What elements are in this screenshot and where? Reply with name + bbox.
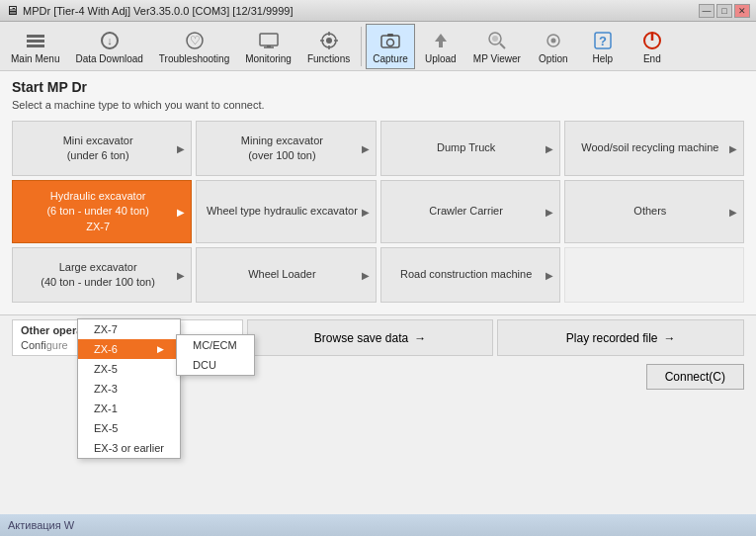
- mining-excavator-label: Mining excavator(over 100 ton): [203, 134, 361, 164]
- machine-mining-excavator[interactable]: Mining excavator(over 100 ton) ▶: [196, 121, 376, 176]
- connect-button[interactable]: Connect(C): [646, 364, 744, 390]
- upload-label: Upload: [425, 53, 457, 64]
- toolbar-monitoring[interactable]: Monitoring: [238, 24, 298, 69]
- minimize-button[interactable]: —: [699, 4, 714, 18]
- help-icon: ?: [591, 29, 615, 52]
- mc-ecm-label: MC/ECM: [193, 339, 237, 351]
- sub-dropdown-dcu[interactable]: DCU: [177, 355, 254, 375]
- page-title: Start MP Dr: [12, 79, 744, 95]
- end-label: End: [643, 53, 661, 64]
- svg-rect-0: [27, 35, 44, 38]
- mp-viewer-icon: [485, 29, 509, 52]
- dump-truck-arrow: ▶: [546, 143, 553, 154]
- wheel-loader-arrow: ▶: [362, 270, 370, 281]
- machine-wheel-type[interactable]: Wheel type hydraulic excavator ▶: [196, 180, 376, 243]
- svg-text:↓: ↓: [107, 35, 113, 46]
- dropdown-zx6-subarrow: ▶: [157, 344, 164, 354]
- activation-text: Активация W: [8, 519, 74, 531]
- svg-text:♡: ♡: [189, 34, 200, 47]
- close-button[interactable]: ✕: [734, 4, 750, 18]
- toolbar-option[interactable]: Option: [530, 24, 577, 69]
- end-icon: [640, 29, 664, 52]
- mini-excavator-label: Mini excavator(under 6 ton): [19, 134, 177, 164]
- large-excavator-arrow: ▶: [177, 270, 185, 281]
- dropdown-menu: ZX-7 ZX-6 ▶ ZX-5 ZX-3 ZX-1 EX-5 EX-3 or …: [77, 318, 181, 459]
- svg-point-11: [326, 38, 332, 44]
- play-recorded-btn[interactable]: Play recorded file →: [497, 319, 744, 356]
- wheel-type-label: Wheel type hydraulic excavator: [203, 204, 361, 219]
- configure-label: Configure: [21, 339, 68, 351]
- window-controls: — □ ✕: [699, 4, 750, 18]
- main-menu-label: Main Menu: [11, 53, 59, 64]
- dropdown-zx1[interactable]: ZX-1: [78, 399, 180, 418]
- dropdown-zx3-label: ZX-3: [94, 383, 118, 395]
- machine-road-construction[interactable]: Road construction machine ▶: [380, 247, 560, 303]
- machine-hydraulic-excavator[interactable]: Hydraulic excavator(6 ton - under 40 ton…: [12, 180, 192, 243]
- machine-dump-truck[interactable]: Dump Truck ▶: [380, 121, 560, 176]
- dropdown-zx3[interactable]: ZX-3: [78, 379, 180, 399]
- toolbar: Main Menu ↓ Data Download ♡ Troubleshoot…: [0, 22, 756, 71]
- svg-rect-7: [260, 34, 278, 45]
- functions-label: Functions: [307, 53, 350, 64]
- machine-others[interactable]: Others ▶: [564, 180, 744, 243]
- large-excavator-label: Large excavator(40 ton - under 100 ton): [19, 260, 177, 291]
- svg-point-24: [550, 38, 555, 43]
- wood-recycling-label: Wood/soil recycling machine: [571, 140, 729, 155]
- svg-marker-19: [435, 34, 447, 47]
- toolbar-capture[interactable]: Capture: [366, 24, 415, 69]
- dropdown-zx6-label: ZX-6: [94, 343, 118, 355]
- dropdown-zx7[interactable]: ZX-7: [78, 319, 180, 339]
- toolbar-end[interactable]: End: [629, 24, 676, 69]
- road-construction-arrow: ▶: [546, 270, 553, 281]
- machine-mini-excavator[interactable]: Mini excavator(under 6 ton) ▶: [12, 121, 192, 176]
- dropdown-zx5[interactable]: ZX-5: [78, 359, 180, 379]
- toolbar-main-menu[interactable]: Main Menu: [4, 24, 66, 69]
- dump-truck-label: Dump Truck: [387, 140, 546, 155]
- maximize-button[interactable]: □: [716, 4, 732, 18]
- wheel-type-arrow: ▶: [362, 207, 370, 218]
- svg-line-21: [500, 44, 505, 48]
- machine-wood-recycling[interactable]: Wood/soil recycling machine ▶: [564, 121, 744, 176]
- mining-excavator-arrow: ▶: [362, 143, 370, 154]
- sub-dropdown-mc-ecm[interactable]: MC/ECM: [177, 335, 254, 355]
- option-label: Option: [539, 53, 567, 64]
- data-download-icon: ↓: [98, 29, 122, 52]
- activation-bar: Активация W: [0, 514, 756, 536]
- capture-label: Capture: [373, 53, 408, 64]
- browse-save-label: Browse save data: [314, 331, 408, 345]
- machine-crawler-carrier[interactable]: Crawler Carrier ▶: [380, 180, 560, 243]
- svg-point-17: [387, 39, 394, 45]
- svg-rect-1: [27, 40, 44, 43]
- svg-rect-18: [387, 34, 393, 37]
- machine-large-excavator[interactable]: Large excavator(40 ton - under 100 ton) …: [12, 247, 192, 303]
- toolbar-help[interactable]: ? Help: [579, 24, 627, 69]
- play-recorded-arrow: →: [664, 331, 676, 345]
- troubleshooting-label: Troubleshooting: [159, 53, 229, 64]
- content-area: Start MP Dr Select a machine type to whi…: [0, 71, 756, 314]
- toolbar-troubleshooting[interactable]: ♡ Troubleshooting: [152, 24, 236, 69]
- monitoring-icon: [257, 29, 281, 52]
- wheel-loader-label: Wheel Loader: [203, 267, 361, 282]
- dropdown-ex3-earlier-label: EX-3 or earlier: [94, 442, 164, 454]
- toolbar-data-download[interactable]: ↓ Data Download: [68, 24, 149, 69]
- toolbar-upload[interactable]: Upload: [417, 24, 464, 69]
- wood-recycling-arrow: ▶: [729, 143, 737, 154]
- title-bar: 🖥 MPDr [Tier-4 With Adj] Ver3.35.0.0 [CO…: [0, 0, 756, 22]
- mp-viewer-label: MP Viewer: [473, 53, 521, 64]
- toolbar-functions[interactable]: Functions: [300, 24, 357, 69]
- others-label: Others: [571, 204, 729, 219]
- dropdown-ex5[interactable]: EX-5: [78, 418, 180, 438]
- play-recorded-label: Play recorded file: [566, 331, 658, 345]
- sub-dropdown-menu: MC/ECM DCU: [176, 334, 255, 376]
- dropdown-ex3-earlier[interactable]: EX-3 or earlier: [78, 438, 180, 458]
- machine-wheel-loader[interactable]: Wheel Loader ▶: [196, 247, 376, 303]
- toolbar-mp-viewer[interactable]: MP Viewer: [466, 24, 528, 69]
- crawler-carrier-arrow: ▶: [546, 207, 553, 218]
- dropdown-zx5-label: ZX-5: [94, 363, 118, 375]
- browse-save-arrow: →: [414, 331, 426, 345]
- monitoring-label: Monitoring: [245, 53, 292, 64]
- dropdown-zx6[interactable]: ZX-6 ▶: [78, 339, 180, 359]
- browse-save-btn[interactable]: Browse save data →: [247, 319, 494, 356]
- page-subtitle: Select a machine type to which you want …: [12, 99, 744, 111]
- svg-rect-2: [27, 45, 44, 47]
